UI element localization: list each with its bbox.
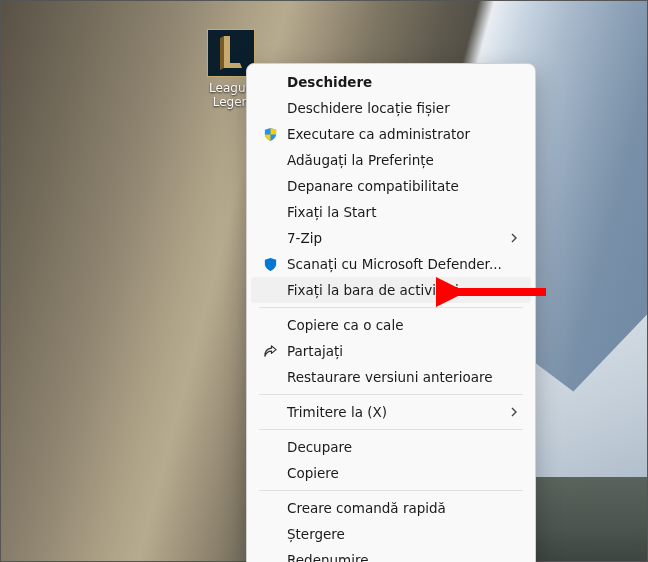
- menu-item[interactable]: Creare comandă rapidă: [251, 495, 531, 521]
- menu-item[interactable]: Redenumire: [251, 547, 531, 562]
- menu-separator: [259, 490, 523, 491]
- menu-item[interactable]: Trimitere la (X): [251, 399, 531, 425]
- menu-item[interactable]: Depanare compatibilitate: [251, 173, 531, 199]
- menu-item-label: Depanare compatibilitate: [287, 178, 519, 194]
- menu-item-label: Creare comandă rapidă: [287, 500, 519, 516]
- menu-item[interactable]: Ștergere: [251, 521, 531, 547]
- menu-separator: [259, 307, 523, 308]
- menu-separator: [259, 394, 523, 395]
- menu-item[interactable]: Executare ca administrator: [251, 121, 531, 147]
- menu-item-label: 7-Zip: [287, 230, 509, 246]
- menu-item-label: Trimitere la (X): [287, 404, 509, 420]
- chevron-right-icon: [509, 230, 519, 246]
- menu-item[interactable]: Fixați la Start: [251, 199, 531, 225]
- menu-item-label: Copiere: [287, 465, 519, 481]
- shield-uac-icon: [263, 127, 287, 142]
- menu-item-label: Fixați la Start: [287, 204, 519, 220]
- menu-item[interactable]: Decupare: [251, 434, 531, 460]
- menu-item[interactable]: Fixați la bara de activități: [251, 277, 531, 303]
- lol-logo-icon: [214, 34, 248, 72]
- menu-item[interactable]: Copiere ca o cale: [251, 312, 531, 338]
- chevron-right-icon: [509, 404, 519, 420]
- menu-item-label: Deschidere: [287, 74, 519, 90]
- menu-item-label: Partajați: [287, 343, 519, 359]
- menu-item-label: Ștergere: [287, 526, 519, 542]
- menu-item-label: Redenumire: [287, 552, 519, 562]
- menu-item[interactable]: Adăugați la Preferințe: [251, 147, 531, 173]
- menu-item-label: Executare ca administrator: [287, 126, 519, 142]
- menu-item-label: Restaurare versiuni anterioare: [287, 369, 519, 385]
- menu-item-label: Copiere ca o cale: [287, 317, 519, 333]
- menu-separator: [259, 429, 523, 430]
- menu-item[interactable]: Deschidere: [251, 69, 531, 95]
- desktop[interactable]: League Legen DeschidereDeschidere locați…: [0, 0, 648, 562]
- desktop-icon-label-line2: Legen: [213, 95, 249, 109]
- share-icon: [263, 344, 287, 359]
- menu-item[interactable]: 7-Zip: [251, 225, 531, 251]
- menu-item[interactable]: Partajați: [251, 338, 531, 364]
- menu-item[interactable]: Restaurare versiuni anterioare: [251, 364, 531, 390]
- menu-item[interactable]: Deschidere locație fișier: [251, 95, 531, 121]
- menu-item[interactable]: Copiere: [251, 460, 531, 486]
- context-menu: DeschidereDeschidere locație fișierExecu…: [246, 63, 536, 562]
- menu-item[interactable]: Scanați cu Microsoft Defender...: [251, 251, 531, 277]
- menu-item-label: Adăugați la Preferințe: [287, 152, 519, 168]
- menu-item-label: Deschidere locație fișier: [287, 100, 519, 116]
- menu-item-label: Decupare: [287, 439, 519, 455]
- menu-item-label: Scanați cu Microsoft Defender...: [287, 256, 519, 272]
- menu-item-label: Fixați la bara de activități: [287, 282, 519, 298]
- defender-icon: [263, 257, 287, 272]
